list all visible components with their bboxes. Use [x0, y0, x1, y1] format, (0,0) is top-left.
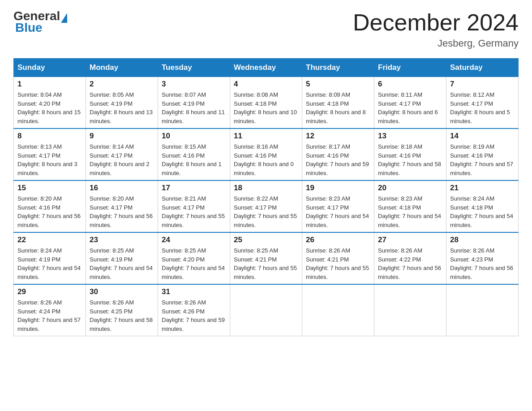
- day-number: 24: [162, 235, 226, 244]
- day-number: 12: [306, 132, 370, 141]
- day-info: Sunrise: 8:19 AMSunset: 4:16 PMDaylight:…: [450, 142, 515, 177]
- day-number: 15: [17, 184, 82, 193]
- calendar-cell: 7Sunrise: 8:12 AMSunset: 4:17 PMDaylight…: [446, 77, 519, 129]
- day-info: Sunrise: 8:17 AMSunset: 4:16 PMDaylight:…: [306, 142, 370, 177]
- day-number: 2: [90, 80, 154, 89]
- weekday-header-saturday: Saturday: [446, 59, 519, 77]
- calendar-week-row: 8Sunrise: 8:13 AMSunset: 4:17 PMDaylight…: [14, 128, 519, 180]
- day-info: Sunrise: 8:09 AMSunset: 4:18 PMDaylight:…: [306, 90, 370, 125]
- day-info: Sunrise: 8:26 AMSunset: 4:23 PMDaylight:…: [450, 246, 515, 281]
- day-number: 6: [378, 80, 442, 89]
- calendar-cell: [230, 284, 302, 336]
- day-info: Sunrise: 8:18 AMSunset: 4:16 PMDaylight:…: [378, 142, 442, 177]
- calendar-week-row: 15Sunrise: 8:20 AMSunset: 4:16 PMDayligh…: [14, 180, 519, 232]
- weekday-header-thursday: Thursday: [302, 59, 374, 77]
- day-info: Sunrise: 8:20 AMSunset: 4:16 PMDaylight:…: [17, 194, 82, 229]
- day-number: 14: [450, 132, 515, 141]
- calendar-cell: 20Sunrise: 8:23 AMSunset: 4:18 PMDayligh…: [374, 180, 446, 232]
- day-info: Sunrise: 8:05 AMSunset: 4:19 PMDaylight:…: [90, 90, 154, 125]
- day-number: 9: [90, 132, 154, 141]
- calendar-cell: 17Sunrise: 8:21 AMSunset: 4:17 PMDayligh…: [158, 180, 230, 232]
- weekday-header-row: SundayMondayTuesdayWednesdayThursdayFrid…: [14, 59, 519, 77]
- day-number: 7: [450, 80, 515, 89]
- day-info: Sunrise: 8:04 AMSunset: 4:20 PMDaylight:…: [17, 90, 82, 125]
- day-number: 16: [90, 184, 154, 193]
- day-number: 3: [162, 80, 226, 89]
- day-info: Sunrise: 8:23 AMSunset: 4:18 PMDaylight:…: [378, 194, 442, 229]
- day-info: Sunrise: 8:14 AMSunset: 4:17 PMDaylight:…: [90, 142, 154, 177]
- title-section: December 2024 Jesberg, Germany: [353, 9, 519, 49]
- calendar-week-row: 1Sunrise: 8:04 AMSunset: 4:20 PMDaylight…: [14, 77, 519, 129]
- day-number: 18: [234, 184, 298, 193]
- weekday-header-monday: Monday: [86, 59, 158, 77]
- weekday-header-tuesday: Tuesday: [158, 59, 230, 77]
- day-info: Sunrise: 8:24 AMSunset: 4:19 PMDaylight:…: [17, 246, 82, 281]
- calendar-cell: [446, 284, 519, 336]
- calendar-cell: 8Sunrise: 8:13 AMSunset: 4:17 PMDaylight…: [14, 128, 86, 180]
- location: Jesberg, Germany: [353, 38, 519, 49]
- day-number: 27: [378, 235, 442, 244]
- day-number: 5: [306, 80, 370, 89]
- day-number: 26: [306, 235, 370, 244]
- logo: General Blue: [13, 9, 68, 35]
- day-info: Sunrise: 8:26 AMSunset: 4:26 PMDaylight:…: [162, 298, 226, 333]
- day-number: 10: [162, 132, 226, 141]
- day-number: 29: [17, 287, 82, 296]
- day-number: 31: [162, 287, 226, 296]
- day-number: 11: [234, 132, 298, 141]
- day-info: Sunrise: 8:07 AMSunset: 4:19 PMDaylight:…: [162, 90, 226, 125]
- calendar-cell: 4Sunrise: 8:08 AMSunset: 4:18 PMDaylight…: [230, 77, 302, 129]
- logo-blue-text: Blue: [15, 21, 43, 35]
- calendar-cell: 18Sunrise: 8:22 AMSunset: 4:17 PMDayligh…: [230, 180, 302, 232]
- day-number: 20: [378, 184, 442, 193]
- calendar-cell: 13Sunrise: 8:18 AMSunset: 4:16 PMDayligh…: [374, 128, 446, 180]
- day-info: Sunrise: 8:26 AMSunset: 4:24 PMDaylight:…: [17, 298, 82, 333]
- calendar-cell: 10Sunrise: 8:15 AMSunset: 4:16 PMDayligh…: [158, 128, 230, 180]
- calendar-cell: 27Sunrise: 8:26 AMSunset: 4:22 PMDayligh…: [374, 232, 446, 284]
- page-header: General Blue December 2024 Jesberg, Germ…: [13, 9, 519, 49]
- calendar-cell: 21Sunrise: 8:24 AMSunset: 4:18 PMDayligh…: [446, 180, 519, 232]
- day-info: Sunrise: 8:20 AMSunset: 4:17 PMDaylight:…: [90, 194, 154, 229]
- calendar-week-row: 22Sunrise: 8:24 AMSunset: 4:19 PMDayligh…: [14, 232, 519, 284]
- weekday-header-wednesday: Wednesday: [230, 59, 302, 77]
- calendar-cell: 9Sunrise: 8:14 AMSunset: 4:17 PMDaylight…: [86, 128, 158, 180]
- day-info: Sunrise: 8:26 AMSunset: 4:22 PMDaylight:…: [378, 246, 442, 281]
- calendar-cell: 16Sunrise: 8:20 AMSunset: 4:17 PMDayligh…: [86, 180, 158, 232]
- day-info: Sunrise: 8:16 AMSunset: 4:16 PMDaylight:…: [234, 142, 298, 177]
- calendar-cell: 24Sunrise: 8:25 AMSunset: 4:20 PMDayligh…: [158, 232, 230, 284]
- day-number: 17: [162, 184, 226, 193]
- calendar-cell: 15Sunrise: 8:20 AMSunset: 4:16 PMDayligh…: [14, 180, 86, 232]
- day-info: Sunrise: 8:26 AMSunset: 4:21 PMDaylight:…: [306, 246, 370, 281]
- calendar-cell: 26Sunrise: 8:26 AMSunset: 4:21 PMDayligh…: [302, 232, 374, 284]
- day-info: Sunrise: 8:12 AMSunset: 4:17 PMDaylight:…: [450, 90, 515, 125]
- calendar-cell: [302, 284, 374, 336]
- day-number: 1: [17, 80, 82, 89]
- day-info: Sunrise: 8:25 AMSunset: 4:21 PMDaylight:…: [234, 246, 298, 281]
- day-number: 25: [234, 235, 298, 244]
- day-info: Sunrise: 8:22 AMSunset: 4:17 PMDaylight:…: [234, 194, 298, 229]
- calendar-cell: 23Sunrise: 8:25 AMSunset: 4:19 PMDayligh…: [86, 232, 158, 284]
- day-number: 13: [378, 132, 442, 141]
- day-number: 19: [306, 184, 370, 193]
- calendar-cell: [374, 284, 446, 336]
- calendar-cell: 28Sunrise: 8:26 AMSunset: 4:23 PMDayligh…: [446, 232, 519, 284]
- day-info: Sunrise: 8:13 AMSunset: 4:17 PMDaylight:…: [17, 142, 82, 177]
- day-info: Sunrise: 8:21 AMSunset: 4:17 PMDaylight:…: [162, 194, 226, 229]
- day-number: 28: [450, 235, 515, 244]
- calendar-cell: 22Sunrise: 8:24 AMSunset: 4:19 PMDayligh…: [14, 232, 86, 284]
- calendar-cell: 6Sunrise: 8:11 AMSunset: 4:17 PMDaylight…: [374, 77, 446, 129]
- day-number: 8: [17, 132, 82, 141]
- calendar-cell: 11Sunrise: 8:16 AMSunset: 4:16 PMDayligh…: [230, 128, 302, 180]
- calendar-cell: 14Sunrise: 8:19 AMSunset: 4:16 PMDayligh…: [446, 128, 519, 180]
- calendar-cell: 12Sunrise: 8:17 AMSunset: 4:16 PMDayligh…: [302, 128, 374, 180]
- calendar-cell: 19Sunrise: 8:23 AMSunset: 4:17 PMDayligh…: [302, 180, 374, 232]
- calendar-cell: 1Sunrise: 8:04 AMSunset: 4:20 PMDaylight…: [14, 77, 86, 129]
- day-info: Sunrise: 8:11 AMSunset: 4:17 PMDaylight:…: [378, 90, 442, 125]
- day-number: 21: [450, 184, 515, 193]
- logo-triangle-icon: [61, 13, 67, 23]
- day-number: 22: [17, 235, 82, 244]
- calendar-week-row: 29Sunrise: 8:26 AMSunset: 4:24 PMDayligh…: [14, 284, 519, 336]
- day-number: 4: [234, 80, 298, 89]
- calendar-cell: 2Sunrise: 8:05 AMSunset: 4:19 PMDaylight…: [86, 77, 158, 129]
- calendar-cell: 30Sunrise: 8:26 AMSunset: 4:25 PMDayligh…: [86, 284, 158, 336]
